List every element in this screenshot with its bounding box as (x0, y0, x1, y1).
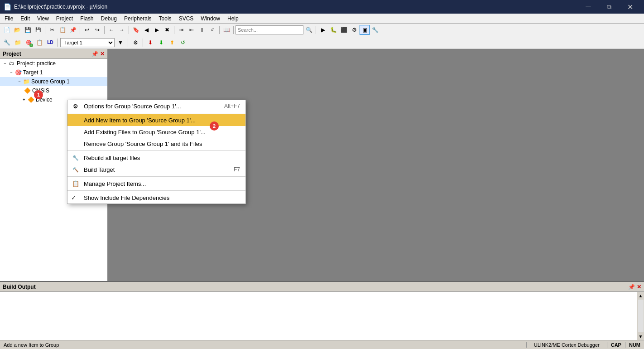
build-vscroll[interactable]: ▲ ▼ (637, 292, 644, 340)
ctx-check-icon: ✓ (71, 194, 76, 201)
build-output-header: Build Output 📌 ✕ (0, 282, 644, 292)
build-output-pin-icon[interactable]: 📌 (628, 284, 635, 290)
close-button[interactable]: ✕ (620, 0, 640, 14)
ctx-remove-group[interactable]: Remove Group 'Source Group 1' and its Fi… (67, 138, 245, 150)
menu-svcs[interactable]: SVCS (175, 14, 197, 24)
tools-btn[interactable]: 🔧 (370, 25, 380, 35)
build-output-content: ▲ ▼ (0, 292, 644, 340)
ctx-manage[interactable]: 📋 Manage Project Items... (67, 178, 245, 189)
tree-item-cmsis[interactable]: 🔶 CMSIS (0, 86, 107, 95)
paste-btn[interactable]: 📌 (68, 25, 78, 35)
ctx-divider-4 (67, 190, 245, 191)
menu-window[interactable]: Window (197, 14, 224, 24)
panel-close-icon[interactable]: ✕ (100, 51, 105, 57)
title-bar: 📄 E:\keilproject\practice.uvprojx - µVis… (0, 0, 644, 14)
outdent-btn[interactable]: ⇤ (187, 25, 197, 35)
title-text: 📄 E:\keilproject\practice.uvprojx - µVis… (4, 3, 107, 10)
ctx-show-include[interactable]: ✓ Show Include File Dependencies (67, 192, 245, 204)
debug-btn[interactable]: 🐛 (328, 25, 338, 35)
menu-peripherals[interactable]: Peripherals (120, 14, 155, 24)
menu-project[interactable]: Project (53, 14, 77, 24)
indent-btn[interactable]: ⇥ (176, 25, 186, 35)
context-menu: ⚙ Options for Group 'Source Group 1'... … (67, 100, 246, 204)
menu-edit[interactable]: Edit (17, 14, 34, 24)
undo-btn[interactable]: ↩ (82, 25, 92, 35)
search-btn[interactable]: 🔍 (304, 25, 314, 35)
ctx-options-icon: ⚙ (71, 102, 80, 111)
ctx-build[interactable]: 🔨 Build Target F7 (67, 164, 245, 175)
ctx-add-new-item[interactable]: Add New Item to Group 'Source Group 1'..… (67, 114, 245, 126)
outdent2-btn[interactable]: // (207, 25, 217, 35)
reset-btn[interactable]: ↺ (178, 38, 188, 48)
bookmark-btn[interactable]: 🔖 (131, 25, 141, 35)
menu-help[interactable]: Help (224, 14, 242, 24)
redo-btn[interactable]: ↪ (92, 25, 102, 35)
new-btn[interactable]: 📄 (2, 25, 12, 35)
save-all-btn[interactable]: 💾 (33, 25, 43, 35)
build-output-close-icon[interactable]: ✕ (637, 284, 641, 290)
bookmark-clear-btn[interactable]: ✖ (162, 25, 172, 35)
download-btn[interactable]: ⬇ (145, 38, 155, 48)
load-btn[interactable]: LD (45, 38, 55, 48)
ctx-rebuild[interactable]: 🔧 Rebuild all target files (67, 152, 245, 164)
menu-tools[interactable]: Tools (155, 14, 175, 24)
batch-btn[interactable]: 📋 (34, 38, 44, 48)
download2-btn[interactable]: ⬇ (156, 38, 166, 48)
ctx-options-group[interactable]: ⚙ Options for Group 'Source Group 1'... … (67, 100, 245, 112)
open-doc-btn[interactable]: 📖 (221, 25, 231, 35)
ctx-build-label: Build Target (84, 166, 115, 173)
tree-item-project[interactable]: − 🗂 Project: practice (0, 59, 107, 68)
ctx-show-include-label: Show Include File Dependencies (84, 194, 169, 201)
ctx-build-icon: 🔨 (71, 165, 80, 174)
toolbar2: 🔧 📁 🎯 + 📋 LD Target 1 ▼ ⚙ ⬇ ⬇ ⬆ ↺ (0, 36, 644, 49)
bookmark-next-btn[interactable]: ▶ (152, 25, 162, 35)
ctx-options-shortcut: Alt+F7 (224, 103, 240, 109)
target-select[interactable]: Target 1 (60, 38, 115, 47)
ctx-manage-icon: 📋 (71, 179, 80, 188)
step-badge-2: 2 (210, 121, 219, 131)
ctx-divider-3 (67, 176, 245, 177)
bookmark-prev-btn[interactable]: ◀ (141, 25, 151, 35)
status-bar: Add a new Item to Group ULINK2/ME Cortex… (0, 340, 644, 349)
panel-pin-icon[interactable]: 📌 (91, 51, 98, 57)
target-dropdown-btn[interactable]: ▼ (115, 38, 125, 48)
target-icon-btn[interactable]: 🎯 + (24, 38, 34, 48)
cut-btn[interactable]: ✂ (47, 25, 57, 35)
stop-btn[interactable]: ⬛ (339, 25, 349, 35)
project-icon-btn[interactable]: 📁 (13, 38, 23, 48)
ctx-add-new-label: Add New Item to Group 'Source Group 1'..… (84, 117, 196, 124)
restore-button[interactable]: ⧉ (599, 0, 620, 14)
copy-btn[interactable]: 📋 (58, 25, 67, 35)
menu-debug[interactable]: Debug (97, 14, 120, 24)
ctx-add-existing[interactable]: Add Existing Files to Group 'Source Grou… (67, 126, 245, 138)
indent2-btn[interactable]: || (197, 25, 207, 35)
step-badge-1: 1 (34, 90, 43, 99)
ctx-remove-label: Remove Group 'Source Group 1' and its Fi… (84, 141, 202, 147)
window-controls: ─ ⧉ ✕ (578, 0, 640, 14)
tree-item-source-group[interactable]: − 📁 Source Group 1 (0, 77, 107, 86)
menu-file[interactable]: File (1, 14, 17, 24)
minimize-button[interactable]: ─ (578, 0, 599, 14)
status-message: Add a new Item to Group (0, 342, 526, 348)
save-btn[interactable]: 💾 (23, 25, 33, 35)
status-cap: CAP (607, 342, 625, 348)
search-field[interactable] (235, 25, 303, 34)
status-num: NUM (625, 342, 644, 348)
menu-flash[interactable]: Flash (77, 14, 97, 24)
nav-back-btn[interactable]: ← (106, 25, 116, 35)
menu-view[interactable]: View (34, 14, 53, 24)
vscroll-up-btn[interactable]: ▲ (637, 292, 644, 299)
nav-fwd-btn[interactable]: → (117, 25, 127, 35)
erase-btn[interactable]: ⬆ (167, 38, 177, 48)
options-btn[interactable]: ⚙ (130, 38, 140, 48)
toolbar1: 📄 📂 💾 💾 ✂ 📋 📌 ↩ ↪ ← → 🔖 ◀ ▶ ✖ ⇥ ⇤ || // … (0, 24, 644, 36)
tree-item-target[interactable]: − 🎯 Target 1 (0, 68, 107, 77)
project-panel-header: Project 📌 ✕ (0, 49, 107, 59)
vscroll-down-btn[interactable]: ▼ (637, 333, 644, 340)
run-btn[interactable]: ▶ (318, 25, 328, 35)
display-btn[interactable]: ▣ (360, 25, 370, 35)
ctx-manage-label: Manage Project Items... (84, 180, 146, 187)
settings-btn[interactable]: ⚙ (349, 25, 359, 35)
build-icon-btn[interactable]: 🔧 (2, 38, 12, 48)
open-btn[interactable]: 📂 (12, 25, 22, 35)
